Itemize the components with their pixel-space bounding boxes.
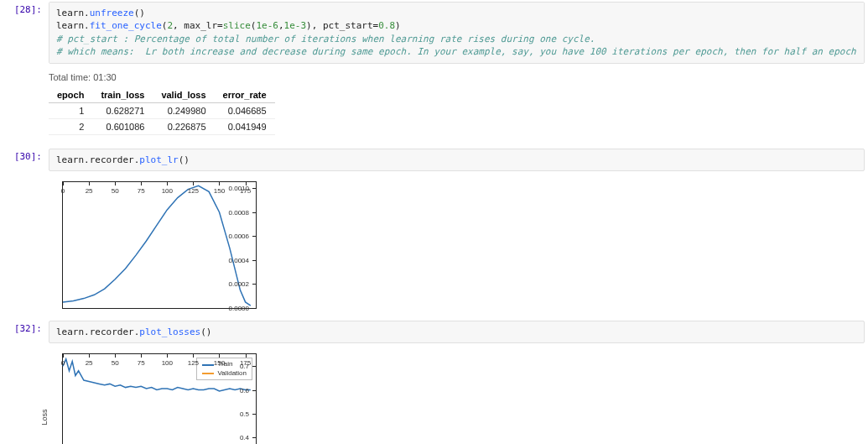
ytick-label: 0.0002 xyxy=(229,280,249,288)
series-lr xyxy=(63,185,251,306)
ytick-label: 0.0004 xyxy=(229,256,249,264)
xtick-label: 0 xyxy=(61,187,65,195)
xtick-label: 75 xyxy=(138,359,145,367)
xtick-label: 0 xyxy=(61,359,65,367)
table-header-row: epoch train_loss valid_loss error_rate xyxy=(49,87,275,103)
th-epoch: epoch xyxy=(49,87,92,103)
plot-losses: Loss Train Validation 0.30.40.50.60.7025… xyxy=(42,353,868,444)
prompt-30: [30]: xyxy=(0,147,49,166)
ytick-label: 0.0008 xyxy=(229,208,249,216)
xtick-label: 25 xyxy=(86,187,93,195)
plot-lr: 0.00000.00020.00040.00060.00080.00100255… xyxy=(42,181,868,309)
input-cell-30: [30]: learn.recorder.plot_lr() xyxy=(0,147,868,176)
xtick-label: 50 xyxy=(112,359,119,367)
code-input-28[interactable]: learn.unfreeze() learn.fit_one_cycle(2, … xyxy=(49,2,865,64)
th-error-rate: error_rate xyxy=(215,87,275,103)
total-time-label: Total time: 01:30 xyxy=(49,72,861,82)
input-cell-28: [28]: learn.unfreeze() learn.fit_one_cyc… xyxy=(0,0,868,69)
ytick-label: 0.0000 xyxy=(229,304,249,311)
xtick-label: 150 xyxy=(214,187,225,195)
prompt-28: [28]: xyxy=(0,0,49,19)
th-train-loss: train_loss xyxy=(92,87,153,103)
table-row: 1 0.628271 0.249980 0.046685 xyxy=(49,102,275,118)
xtick-label: 125 xyxy=(188,187,199,195)
ytick-label: 0.6 xyxy=(240,386,249,394)
table-row: 2 0.601086 0.226875 0.041949 xyxy=(49,118,275,134)
legend-swatch-train xyxy=(202,364,214,366)
xtick-label: 175 xyxy=(240,187,251,195)
ytick-label: 0.5 xyxy=(240,410,249,418)
xtick-label: 100 xyxy=(162,187,173,195)
legend-label-valid: Validation xyxy=(217,369,247,378)
xtick-label: 125 xyxy=(188,359,199,367)
ytick-label: 0.0006 xyxy=(229,232,249,240)
xtick-label: 175 xyxy=(240,359,251,367)
plot-losses-axes: Loss Train Validation 0.30.40.50.60.7025… xyxy=(62,353,257,444)
th-valid-loss: valid_loss xyxy=(153,87,214,103)
xtick-label: 75 xyxy=(138,187,145,195)
legend-swatch-valid xyxy=(202,373,214,374)
plot-lr-axes: 0.00000.00020.00040.00060.00080.00100255… xyxy=(62,181,257,309)
input-cell-32: [32]: learn.recorder.plot_losses() xyxy=(0,319,868,348)
xtick-label: 100 xyxy=(162,359,173,367)
output-28: Total time: 01:30 epoch train_loss valid… xyxy=(42,69,868,147)
prompt-32: [32]: xyxy=(0,319,49,338)
code-input-32[interactable]: learn.recorder.plot_losses() xyxy=(49,321,865,343)
ytick-label: 0.4 xyxy=(240,434,249,441)
xtick-label: 150 xyxy=(214,359,225,367)
code-input-30[interactable]: learn.recorder.plot_lr() xyxy=(49,149,865,171)
xtick-label: 50 xyxy=(112,187,119,195)
xtick-label: 25 xyxy=(86,359,93,367)
epoch-table: epoch train_loss valid_loss error_rate 1… xyxy=(49,87,275,135)
ylabel-loss: Loss xyxy=(40,410,49,426)
